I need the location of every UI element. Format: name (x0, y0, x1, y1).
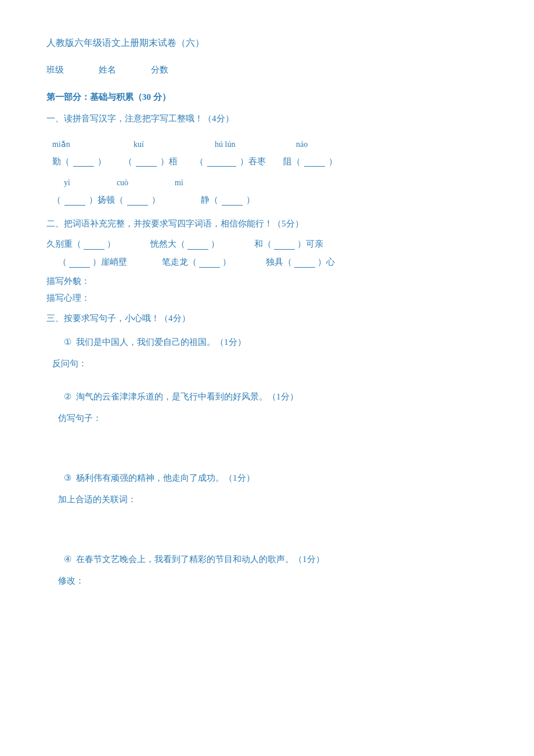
describe2: 描写心理： (46, 290, 488, 306)
vocab-row2: （）崖峭壁 笔走龙（） 独具（）心 (46, 254, 488, 270)
vocab3: 和（）可亲 (254, 236, 323, 252)
vocab1: 久别重（） (46, 236, 116, 252)
info-row: 班级 姓名 分数 (46, 62, 488, 78)
vocab4: （）崖峭壁 (58, 254, 127, 270)
sub-q4-text: ④ 在春节文艺晚会上，我看到了精彩的节目和动人的歌声。（1分） (64, 552, 488, 567)
sub-q1-num: ① (64, 334, 71, 350)
sub-q2-num: ② (64, 389, 71, 405)
sub-q1-content: 我们是中国人，我们爱自己的祖国。（1分） (76, 334, 246, 350)
q2-title: 二、把词语补充完整，并按要求写四字词语，相信你能行！（5分） (46, 216, 488, 232)
class-label: 班级 (46, 62, 64, 78)
hanzi1: 勤（） (52, 154, 106, 170)
sub-q3-answer-label: 加上合适的关联词： (46, 492, 488, 507)
vocab6: 独具（）心 (266, 254, 335, 270)
sub-q4-content: 在春节文艺晚会上，我看到了精彩的节目和动人的歌声。（1分） (76, 552, 324, 567)
describe1: 描写外貌： (46, 273, 488, 289)
pinyin1: miǎn (52, 137, 99, 152)
score-label: 分数 (151, 62, 168, 78)
sub-q2: ② 淘气的云雀津津乐道的，是飞行中看到的好风景。（1分） (46, 389, 488, 405)
sub-q3-content: 杨利伟有顽强的精神，他走向了成功。（1分） (76, 470, 255, 486)
sub-q4-num: ④ (64, 552, 71, 567)
hanzi4: 阻（） (283, 154, 337, 170)
sub-q2-content: 淘气的云雀津津乐道的，是飞行中看到的好风景。（1分） (76, 389, 298, 405)
sub-q2-text: ② 淘气的云雀津津乐道的，是飞行中看到的好风景。（1分） (64, 389, 488, 405)
vocab-row1: 久别重（） 恍然大（） 和（）可亲 (46, 236, 488, 252)
hanzi-row1: 勤（） （）梧 （）吞枣 阻（） (46, 154, 488, 170)
sub-q2-answer-label: 仿写句子： (46, 411, 488, 426)
hanzi5: （）扬顿（） (52, 192, 160, 208)
sub-q1-answer-label: 反问句： (46, 356, 488, 372)
pinyin2: kuí (134, 137, 180, 152)
sub-q4-answer-label: 修改： (46, 573, 488, 589)
hanzi-row2: （）扬顿（） 静（） (46, 192, 488, 208)
sub-q3: ③ 杨利伟有顽强的精神，他走向了成功。（1分） (46, 470, 488, 486)
sub-q3-text: ③ 杨利伟有顽强的精神，他走向了成功。（1分） (64, 470, 488, 486)
section1-title: 第一部分：基础与积累（30 分） (46, 89, 488, 105)
exam-title: 人教版六年级语文上册期末试卷（六） (46, 35, 488, 52)
name-label: 姓名 (99, 62, 116, 78)
pinyin3: hú lún (215, 137, 261, 152)
sub-q1-text: ① 我们是中国人，我们爱自己的祖国。（1分） (64, 334, 488, 350)
pinyin-section: miǎn kuí hú lún náo 勤（） （）梧 （）吞枣 阻（） (46, 137, 488, 170)
sub-q1: ① 我们是中国人，我们爱自己的祖国。（1分） (46, 334, 488, 350)
q1-title: 一、读拼音写汉字，注意把字写工整哦！（4分） (46, 111, 488, 127)
pinyin-row1: miǎn kuí hú lún náo (46, 137, 488, 152)
hanzi2: （）梧 (124, 154, 178, 170)
pinyin5: yì (64, 175, 70, 190)
pinyin-row2: yì cuò mì (46, 175, 488, 190)
vocab2: 恍然大（） (150, 236, 219, 252)
q3-title: 三、按要求写句子，小心哦！（4分） (46, 311, 488, 326)
sub-q4: ④ 在春节文艺晚会上，我看到了精彩的节目和动人的歌声。（1分） (46, 552, 488, 567)
hanzi6: 静（） (201, 192, 255, 208)
pinyin4: náo (296, 137, 342, 152)
hanzi3: （）吞枣 (195, 154, 266, 170)
vocab5: 笔走龙（） (162, 254, 231, 270)
sub-q3-num: ③ (64, 470, 71, 486)
pinyin6: cuò (117, 175, 128, 190)
pinyin7: mì (175, 175, 183, 190)
